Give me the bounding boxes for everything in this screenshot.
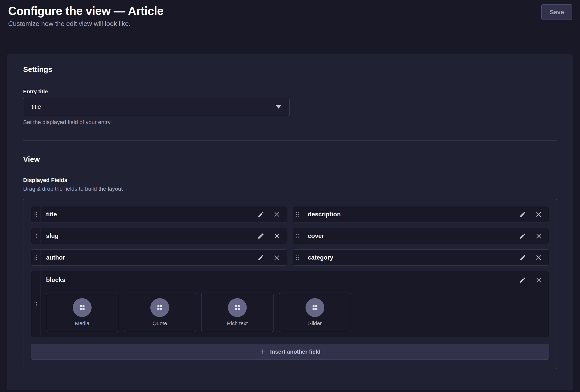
pencil-icon <box>257 211 264 218</box>
displayed-fields-header: Displayed Fields Drag & drop the fields … <box>23 177 557 192</box>
pencil-icon <box>519 233 526 239</box>
close-x-icon <box>273 211 280 218</box>
drag-handle[interactable] <box>293 228 302 244</box>
remove-field-button[interactable] <box>273 254 280 261</box>
field-card-slug: slug <box>31 228 287 244</box>
edit-field-button[interactable] <box>519 254 526 261</box>
displayed-fields-hint: Drag & drop the fields to build the layo… <box>23 186 557 192</box>
field-card-category: category <box>293 249 549 266</box>
pencil-icon <box>257 254 264 261</box>
field-card-title: title <box>31 206 287 222</box>
edit-field-button[interactable] <box>257 254 264 261</box>
field-card-description: description <box>293 206 549 222</box>
component-circle <box>73 298 92 317</box>
displayed-fields-title: Displayed Fields <box>23 177 557 184</box>
remove-field-button[interactable] <box>535 211 542 218</box>
blocks-header: blocks <box>46 276 542 283</box>
entry-title-label: Entry title <box>23 88 557 95</box>
component-tile-rich-text: Rich text <box>201 293 273 332</box>
drag-dots-icon <box>34 301 37 307</box>
remove-field-button[interactable] <box>535 277 542 283</box>
remove-field-button[interactable] <box>535 233 542 239</box>
section-divider <box>23 140 557 141</box>
drag-dots-icon <box>296 212 299 217</box>
save-button[interactable]: Save <box>541 4 572 20</box>
field-label: author <box>40 254 257 261</box>
page-subtitle: Customize how the edit view will look li… <box>8 20 572 28</box>
drag-dots-icon <box>296 233 299 239</box>
page-title: Configure the view — Article <box>8 4 572 18</box>
component-circle <box>150 298 169 317</box>
edit-field-button[interactable] <box>519 277 526 283</box>
entry-title-hint: Set the displayed field of your entry <box>23 119 557 126</box>
close-x-icon <box>535 211 542 218</box>
edit-field-button[interactable] <box>519 233 526 239</box>
component-circle <box>306 298 324 317</box>
fields-grid: title <box>31 206 549 266</box>
drag-handle[interactable] <box>31 228 40 244</box>
insert-another-field-label: Insert another field <box>270 349 321 355</box>
close-x-icon <box>273 233 280 239</box>
drag-handle[interactable] <box>293 250 302 265</box>
drag-handle[interactable] <box>31 250 40 265</box>
grid-icon <box>156 304 164 312</box>
component-tile-quote: Quote <box>124 293 196 332</box>
drag-handle[interactable] <box>293 206 302 222</box>
configure-view-panel: Settings Entry title title Set the displ… <box>7 54 573 390</box>
drag-handle[interactable] <box>31 206 40 222</box>
close-x-icon <box>535 254 542 261</box>
pencil-icon <box>519 277 526 283</box>
drag-dots-icon <box>34 233 37 239</box>
remove-field-button[interactable] <box>273 233 280 239</box>
edit-field-button[interactable] <box>257 233 264 239</box>
pencil-icon <box>519 211 526 218</box>
entry-title-group: Entry title title Set the displayed fiel… <box>23 88 557 126</box>
close-x-icon <box>273 254 280 261</box>
close-x-icon <box>535 277 542 283</box>
edit-field-button[interactable] <box>257 211 264 218</box>
component-tiles: Media Quote <box>46 293 542 332</box>
pencil-icon <box>257 233 264 239</box>
field-card-cover: cover <box>293 228 549 244</box>
remove-field-button[interactable] <box>535 254 542 261</box>
field-label: cover <box>302 232 519 239</box>
component-circle <box>228 298 247 317</box>
component-label: Quote <box>152 320 167 326</box>
drag-dots-icon <box>34 255 37 260</box>
field-card-blocks: blocks <box>31 271 549 337</box>
view-section-title: View <box>23 155 557 164</box>
grid-icon <box>78 304 86 312</box>
field-label: description <box>302 211 519 218</box>
component-label: Media <box>75 320 89 326</box>
component-label: Rich text <box>227 320 248 326</box>
insert-another-field-button[interactable]: Insert another field <box>31 344 549 360</box>
field-card-author: author <box>31 249 287 266</box>
close-x-icon <box>535 233 542 239</box>
chevron-down-icon <box>276 105 282 109</box>
component-tile-slider: Slider <box>279 293 351 332</box>
field-label: blocks <box>46 276 519 283</box>
field-label: slug <box>40 232 257 239</box>
grid-icon <box>311 304 319 312</box>
plus-icon <box>259 349 266 355</box>
page-header: Configure the view — Article Customize h… <box>0 0 580 28</box>
component-tile-media: Media <box>46 293 118 332</box>
field-label: title <box>40 211 257 218</box>
remove-field-button[interactable] <box>273 211 280 218</box>
entry-title-select[interactable]: title <box>23 98 289 116</box>
component-label: Slider <box>308 320 322 326</box>
fields-drop-zone: title <box>23 199 557 369</box>
grid-icon <box>233 304 241 312</box>
pencil-icon <box>519 254 526 261</box>
edit-field-button[interactable] <box>519 211 526 218</box>
settings-section-title: Settings <box>23 65 557 74</box>
drag-handle[interactable] <box>31 271 40 337</box>
entry-title-select-value: title <box>32 103 276 110</box>
drag-dots-icon <box>296 255 299 260</box>
blocks-body: blocks <box>40 271 549 337</box>
drag-dots-icon <box>34 212 37 217</box>
field-label: category <box>302 254 519 261</box>
